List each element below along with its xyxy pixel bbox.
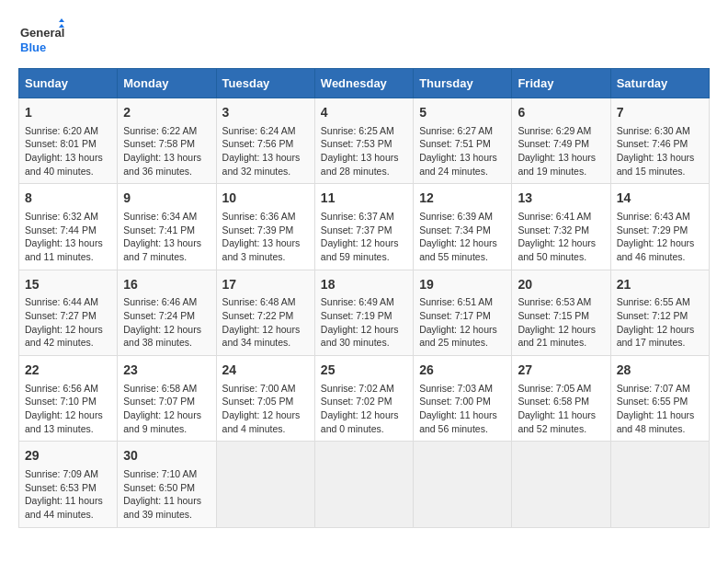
calendar-cell: 21 Sunrise: 6:55 AM Sunset: 7:12 PM Dayl… [610, 270, 709, 355]
calendar-cell: 20 Sunrise: 6:53 AM Sunset: 7:15 PM Dayl… [512, 270, 610, 355]
day-info: Sunrise: 6:25 AM Sunset: 7:53 PM Dayligh… [321, 124, 407, 178]
day-info: Sunrise: 6:49 AM Sunset: 7:19 PM Dayligh… [321, 295, 407, 350]
calendar-cell: 25 Sunrise: 7:02 AM Sunset: 7:02 PM Dayl… [314, 356, 413, 442]
day-info: Sunrise: 7:10 AM Sunset: 6:50 PM Dayligh… [123, 467, 210, 522]
calendar-cell: 9 Sunrise: 6:34 AM Sunset: 7:41 PM Dayli… [118, 184, 216, 270]
day-number: 23 [123, 362, 210, 380]
calendar-cell: 2 Sunrise: 6:22 AM Sunset: 7:58 PM Dayli… [118, 98, 216, 184]
day-info: Sunrise: 6:46 AM Sunset: 7:24 PM Dayligh… [123, 295, 210, 350]
day-info: Sunrise: 7:09 AM Sunset: 6:53 PM Dayligh… [25, 467, 111, 522]
calendar-week-1: 1 Sunrise: 6:20 AM Sunset: 8:01 PM Dayli… [19, 98, 710, 184]
logo: General Blue [18, 18, 64, 59]
day-info: Sunrise: 7:00 AM Sunset: 7:05 PM Dayligh… [222, 382, 309, 436]
day-number: 20 [518, 276, 604, 294]
calendar-cell: 27 Sunrise: 7:05 AM Sunset: 6:58 PM Dayl… [512, 356, 610, 442]
calendar-cell [314, 442, 413, 527]
day-info: Sunrise: 6:41 AM Sunset: 7:32 PM Dayligh… [518, 210, 604, 264]
day-number: 1 [25, 104, 111, 122]
calendar-header-row: SundayMondayTuesdayWednesdayThursdayFrid… [19, 69, 710, 98]
calendar-cell: 6 Sunrise: 6:29 AM Sunset: 7:49 PM Dayli… [512, 98, 610, 184]
calendar-cell: 17 Sunrise: 6:48 AM Sunset: 7:22 PM Dayl… [216, 270, 314, 355]
calendar-cell: 11 Sunrise: 6:37 AM Sunset: 7:37 PM Dayl… [314, 184, 413, 270]
logo-svg: General Blue [18, 18, 64, 59]
calendar-cell: 22 Sunrise: 6:56 AM Sunset: 7:10 PM Dayl… [19, 356, 118, 442]
calendar-week-2: 8 Sunrise: 6:32 AM Sunset: 7:44 PM Dayli… [19, 184, 710, 270]
day-header-tuesday: Tuesday [216, 69, 314, 98]
calendar-cell: 26 Sunrise: 7:03 AM Sunset: 7:00 PM Dayl… [414, 356, 512, 442]
day-number: 26 [419, 362, 506, 380]
day-header-friday: Friday [512, 69, 610, 98]
day-info: Sunrise: 6:27 AM Sunset: 7:51 PM Dayligh… [419, 124, 506, 178]
calendar-cell: 4 Sunrise: 6:25 AM Sunset: 7:53 PM Dayli… [314, 98, 413, 184]
day-info: Sunrise: 6:37 AM Sunset: 7:37 PM Dayligh… [321, 210, 407, 264]
calendar-cell: 12 Sunrise: 6:39 AM Sunset: 7:34 PM Dayl… [414, 184, 512, 270]
day-number: 13 [518, 190, 604, 208]
day-info: Sunrise: 7:07 AM Sunset: 6:55 PM Dayligh… [617, 382, 703, 436]
day-header-sunday: Sunday [19, 69, 118, 98]
day-number: 15 [25, 276, 111, 294]
day-info: Sunrise: 6:29 AM Sunset: 7:49 PM Dayligh… [518, 124, 604, 178]
day-number: 8 [25, 190, 111, 208]
calendar-cell: 19 Sunrise: 6:51 AM Sunset: 7:17 PM Dayl… [414, 270, 512, 355]
day-header-monday: Monday [118, 69, 216, 98]
day-number: 7 [617, 104, 703, 122]
calendar-cell: 14 Sunrise: 6:43 AM Sunset: 7:29 PM Dayl… [610, 184, 709, 270]
day-number: 10 [222, 190, 309, 208]
day-info: Sunrise: 6:44 AM Sunset: 7:27 PM Dayligh… [25, 295, 111, 350]
day-number: 4 [321, 104, 407, 122]
calendar-cell: 10 Sunrise: 6:36 AM Sunset: 7:39 PM Dayl… [216, 184, 314, 270]
day-info: Sunrise: 6:51 AM Sunset: 7:17 PM Dayligh… [419, 295, 506, 350]
calendar-cell [414, 442, 512, 527]
calendar-cell: 7 Sunrise: 6:30 AM Sunset: 7:46 PM Dayli… [610, 98, 709, 184]
day-number: 28 [617, 362, 703, 380]
day-info: Sunrise: 6:22 AM Sunset: 7:58 PM Dayligh… [123, 124, 210, 178]
day-number: 17 [222, 276, 309, 294]
svg-text:Blue: Blue [20, 40, 46, 54]
calendar-cell: 28 Sunrise: 7:07 AM Sunset: 6:55 PM Dayl… [610, 356, 709, 442]
day-info: Sunrise: 6:20 AM Sunset: 8:01 PM Dayligh… [25, 124, 111, 178]
svg-text:General: General [20, 26, 64, 40]
day-number: 5 [419, 104, 506, 122]
day-number: 25 [321, 362, 407, 380]
day-info: Sunrise: 6:56 AM Sunset: 7:10 PM Dayligh… [25, 382, 111, 436]
calendar-cell: 29 Sunrise: 7:09 AM Sunset: 6:53 PM Dayl… [19, 442, 118, 527]
calendar-cell [512, 442, 610, 527]
day-info: Sunrise: 6:32 AM Sunset: 7:44 PM Dayligh… [25, 210, 111, 264]
day-number: 18 [321, 276, 407, 294]
day-number: 22 [25, 362, 111, 380]
calendar-cell: 30 Sunrise: 7:10 AM Sunset: 6:50 PM Dayl… [118, 442, 216, 527]
day-header-wednesday: Wednesday [314, 69, 413, 98]
day-info: Sunrise: 6:53 AM Sunset: 7:15 PM Dayligh… [518, 295, 604, 350]
day-info: Sunrise: 6:24 AM Sunset: 7:56 PM Dayligh… [222, 124, 309, 178]
day-number: 2 [123, 104, 210, 122]
day-number: 9 [123, 190, 210, 208]
calendar-table: SundayMondayTuesdayWednesdayThursdayFrid… [18, 68, 710, 528]
calendar-cell: 13 Sunrise: 6:41 AM Sunset: 7:32 PM Dayl… [512, 184, 610, 270]
day-info: Sunrise: 6:34 AM Sunset: 7:41 PM Dayligh… [123, 210, 210, 264]
day-number: 6 [518, 104, 604, 122]
day-number: 14 [617, 190, 703, 208]
calendar-cell: 8 Sunrise: 6:32 AM Sunset: 7:44 PM Dayli… [19, 184, 118, 270]
day-number: 16 [123, 276, 210, 294]
day-number: 12 [419, 190, 506, 208]
calendar-week-3: 15 Sunrise: 6:44 AM Sunset: 7:27 PM Dayl… [19, 270, 710, 355]
day-header-saturday: Saturday [610, 69, 709, 98]
page-header: General Blue [18, 18, 710, 59]
day-info: Sunrise: 6:39 AM Sunset: 7:34 PM Dayligh… [419, 210, 506, 264]
calendar-cell: 5 Sunrise: 6:27 AM Sunset: 7:51 PM Dayli… [414, 98, 512, 184]
calendar-cell: 16 Sunrise: 6:46 AM Sunset: 7:24 PM Dayl… [118, 270, 216, 355]
day-number: 3 [222, 104, 309, 122]
calendar-cell: 24 Sunrise: 7:00 AM Sunset: 7:05 PM Dayl… [216, 356, 314, 442]
day-info: Sunrise: 6:55 AM Sunset: 7:12 PM Dayligh… [617, 295, 703, 350]
day-number: 11 [321, 190, 407, 208]
day-info: Sunrise: 7:02 AM Sunset: 7:02 PM Dayligh… [321, 382, 407, 436]
calendar-cell: 23 Sunrise: 6:58 AM Sunset: 7:07 PM Dayl… [118, 356, 216, 442]
calendar-cell: 15 Sunrise: 6:44 AM Sunset: 7:27 PM Dayl… [19, 270, 118, 355]
day-info: Sunrise: 6:58 AM Sunset: 7:07 PM Dayligh… [123, 382, 210, 436]
day-info: Sunrise: 7:05 AM Sunset: 6:58 PM Dayligh… [518, 382, 604, 436]
day-number: 27 [518, 362, 604, 380]
day-info: Sunrise: 6:48 AM Sunset: 7:22 PM Dayligh… [222, 295, 309, 350]
day-number: 21 [617, 276, 703, 294]
calendar-week-5: 29 Sunrise: 7:09 AM Sunset: 6:53 PM Dayl… [19, 442, 710, 527]
day-info: Sunrise: 6:36 AM Sunset: 7:39 PM Dayligh… [222, 210, 309, 264]
